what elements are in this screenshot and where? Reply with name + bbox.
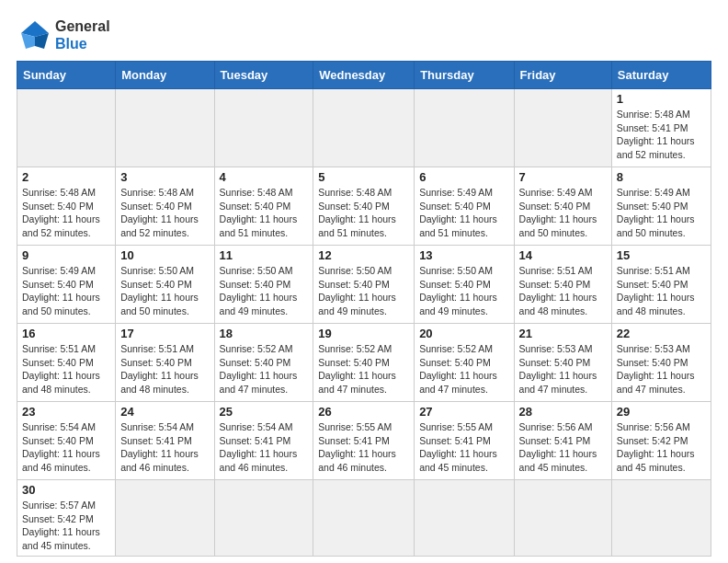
day-info: Sunrise: 5:56 AM Sunset: 5:41 PM Dayligh… [519, 420, 607, 475]
day-number: 2 [22, 170, 110, 184]
day-header-friday: Friday [514, 62, 611, 89]
day-number: 18 [220, 327, 309, 340]
calendar-cell [611, 480, 711, 557]
day-number: 23 [22, 405, 110, 419]
calendar-cell: 3Sunrise: 5:48 AM Sunset: 5:40 PM Daylig… [116, 167, 214, 246]
calendar-cell: 12Sunrise: 5:50 AM Sunset: 5:40 PM Dayli… [313, 246, 415, 324]
day-info: Sunrise: 5:52 AM Sunset: 5:40 PM Dayligh… [220, 342, 309, 396]
day-info: Sunrise: 5:49 AM Sunset: 5:40 PM Dayligh… [617, 186, 706, 240]
calendar-cell: 1Sunrise: 5:48 AM Sunset: 5:41 PM Daylig… [611, 89, 711, 167]
calendar-cell [415, 89, 514, 167]
calendar-cell: 30Sunrise: 5:57 AM Sunset: 5:42 PM Dayli… [17, 480, 116, 557]
calendar-cell: 18Sunrise: 5:52 AM Sunset: 5:40 PM Dayli… [214, 324, 313, 402]
calendar-cell [313, 89, 415, 167]
logo: General Blue [17, 17, 110, 53]
day-header-thursday: Thursday [415, 62, 514, 89]
calendar-cell [214, 480, 313, 557]
calendar-cell [214, 89, 313, 167]
week-row-1: 1Sunrise: 5:48 AM Sunset: 5:41 PM Daylig… [17, 89, 711, 167]
day-number: 22 [617, 327, 706, 340]
logo-svg [17, 17, 53, 53]
calendar-cell: 28Sunrise: 5:56 AM Sunset: 5:41 PM Dayli… [514, 402, 611, 480]
calendar-cell: 2Sunrise: 5:48 AM Sunset: 5:40 PM Daylig… [17, 167, 116, 246]
week-row-2: 2Sunrise: 5:48 AM Sunset: 5:40 PM Daylig… [17, 167, 711, 246]
day-number: 14 [519, 248, 607, 262]
day-number: 20 [419, 327, 508, 340]
day-number: 4 [220, 170, 309, 184]
day-number: 13 [419, 248, 508, 262]
week-row-6: 30Sunrise: 5:57 AM Sunset: 5:42 PM Dayli… [17, 480, 711, 557]
day-number: 15 [617, 248, 706, 262]
day-info: Sunrise: 5:50 AM Sunset: 5:40 PM Dayligh… [318, 264, 409, 318]
calendar-cell: 27Sunrise: 5:55 AM Sunset: 5:41 PM Dayli… [415, 402, 514, 480]
calendar-cell [116, 480, 214, 557]
logo-general: General [55, 17, 110, 35]
day-number: 29 [617, 405, 706, 419]
calendar-cell [514, 89, 611, 167]
calendar-cell: 14Sunrise: 5:51 AM Sunset: 5:40 PM Dayli… [514, 246, 611, 324]
day-info: Sunrise: 5:54 AM Sunset: 5:41 PM Dayligh… [120, 420, 209, 475]
day-info: Sunrise: 5:56 AM Sunset: 5:42 PM Dayligh… [617, 420, 706, 475]
calendar-cell: 16Sunrise: 5:51 AM Sunset: 5:40 PM Dayli… [17, 324, 116, 402]
calendar-cell: 23Sunrise: 5:54 AM Sunset: 5:40 PM Dayli… [17, 402, 116, 480]
calendar-cell: 17Sunrise: 5:51 AM Sunset: 5:40 PM Dayli… [116, 324, 214, 402]
calendar-cell: 9Sunrise: 5:49 AM Sunset: 5:40 PM Daylig… [17, 246, 116, 324]
day-info: Sunrise: 5:53 AM Sunset: 5:40 PM Dayligh… [617, 342, 706, 396]
day-header-tuesday: Tuesday [214, 62, 313, 89]
day-info: Sunrise: 5:51 AM Sunset: 5:40 PM Dayligh… [22, 342, 110, 396]
logo-blue: Blue [55, 35, 110, 52]
day-info: Sunrise: 5:54 AM Sunset: 5:40 PM Dayligh… [22, 420, 110, 475]
calendar-cell [313, 480, 415, 557]
day-info: Sunrise: 5:54 AM Sunset: 5:41 PM Dayligh… [220, 420, 309, 475]
week-row-3: 9Sunrise: 5:49 AM Sunset: 5:40 PM Daylig… [17, 246, 711, 324]
day-info: Sunrise: 5:50 AM Sunset: 5:40 PM Dayligh… [419, 264, 508, 318]
day-info: Sunrise: 5:53 AM Sunset: 5:40 PM Dayligh… [519, 342, 607, 396]
day-number: 8 [617, 170, 706, 184]
day-header-saturday: Saturday [611, 62, 711, 89]
day-number: 19 [318, 327, 409, 340]
day-number: 24 [120, 405, 209, 419]
calendar-cell: 19Sunrise: 5:52 AM Sunset: 5:40 PM Dayli… [313, 324, 415, 402]
day-info: Sunrise: 5:55 AM Sunset: 5:41 PM Dayligh… [318, 420, 409, 475]
day-info: Sunrise: 5:50 AM Sunset: 5:40 PM Dayligh… [220, 264, 309, 318]
calendar-cell: 20Sunrise: 5:52 AM Sunset: 5:40 PM Dayli… [415, 324, 514, 402]
calendar-cell: 4Sunrise: 5:48 AM Sunset: 5:40 PM Daylig… [214, 167, 313, 246]
header: General Blue [17, 17, 711, 53]
day-info: Sunrise: 5:51 AM Sunset: 5:40 PM Dayligh… [519, 264, 607, 318]
calendar-cell: 13Sunrise: 5:50 AM Sunset: 5:40 PM Dayli… [415, 246, 514, 324]
day-number: 12 [318, 248, 409, 262]
day-info: Sunrise: 5:49 AM Sunset: 5:40 PM Dayligh… [519, 186, 607, 240]
calendar-cell: 10Sunrise: 5:50 AM Sunset: 5:40 PM Dayli… [116, 246, 214, 324]
day-number: 30 [22, 483, 110, 497]
day-header-wednesday: Wednesday [313, 62, 415, 89]
calendar-cell [415, 480, 514, 557]
calendar-cell: 25Sunrise: 5:54 AM Sunset: 5:41 PM Dayli… [214, 402, 313, 480]
calendar-cell: 7Sunrise: 5:49 AM Sunset: 5:40 PM Daylig… [514, 167, 611, 246]
day-number: 17 [120, 327, 209, 340]
day-info: Sunrise: 5:49 AM Sunset: 5:40 PM Dayligh… [22, 264, 110, 318]
day-info: Sunrise: 5:48 AM Sunset: 5:40 PM Dayligh… [318, 186, 409, 240]
day-number: 25 [220, 405, 309, 419]
day-header-monday: Monday [116, 62, 214, 89]
week-row-4: 16Sunrise: 5:51 AM Sunset: 5:40 PM Dayli… [17, 324, 711, 402]
day-number: 9 [22, 248, 110, 262]
calendar-cell: 29Sunrise: 5:56 AM Sunset: 5:42 PM Dayli… [611, 402, 711, 480]
day-info: Sunrise: 5:51 AM Sunset: 5:40 PM Dayligh… [120, 342, 209, 396]
day-number: 6 [419, 170, 508, 184]
calendar-cell [514, 480, 611, 557]
day-info: Sunrise: 5:51 AM Sunset: 5:40 PM Dayligh… [617, 264, 706, 318]
calendar-cell [116, 89, 214, 167]
day-info: Sunrise: 5:50 AM Sunset: 5:40 PM Dayligh… [120, 264, 209, 318]
day-number: 7 [519, 170, 607, 184]
day-number: 16 [22, 327, 110, 340]
day-info: Sunrise: 5:48 AM Sunset: 5:40 PM Dayligh… [22, 186, 110, 240]
week-row-5: 23Sunrise: 5:54 AM Sunset: 5:40 PM Dayli… [17, 402, 711, 480]
day-info: Sunrise: 5:52 AM Sunset: 5:40 PM Dayligh… [318, 342, 409, 396]
day-info: Sunrise: 5:52 AM Sunset: 5:40 PM Dayligh… [419, 342, 508, 396]
calendar-cell: 5Sunrise: 5:48 AM Sunset: 5:40 PM Daylig… [313, 167, 415, 246]
day-header-row: SundayMondayTuesdayWednesdayThursdayFrid… [17, 62, 711, 89]
calendar-cell: 15Sunrise: 5:51 AM Sunset: 5:40 PM Dayli… [611, 246, 711, 324]
calendar-cell: 6Sunrise: 5:49 AM Sunset: 5:40 PM Daylig… [415, 167, 514, 246]
page: General Blue SundayMondayTuesdayWednesda… [0, 0, 728, 563]
day-number: 26 [318, 405, 409, 419]
